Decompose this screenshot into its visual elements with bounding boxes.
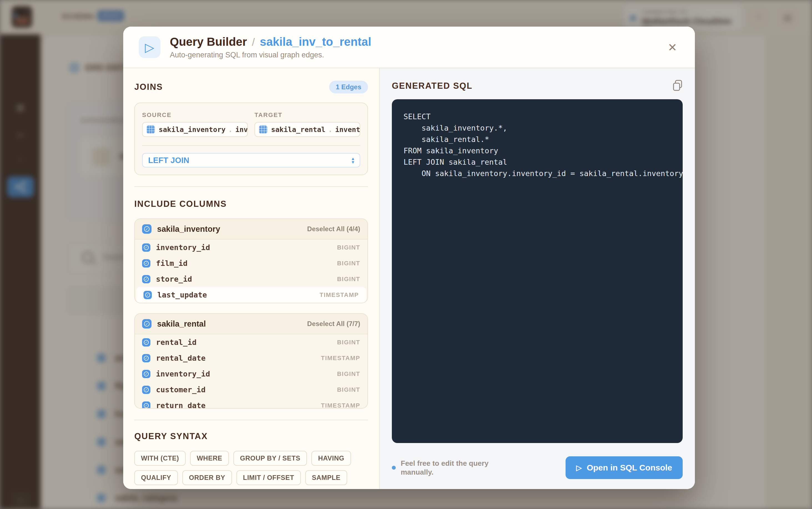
sql-code-block[interactable]: SELECT sakila_inventory.*, sakila_rental… [392, 99, 683, 443]
play-icon: ▷ [576, 464, 582, 472]
column-type: TIMESTAMP [321, 402, 360, 409]
column-name: last_update [157, 291, 207, 299]
table-icon [147, 125, 155, 134]
column-name: customer_id [156, 385, 206, 394]
joins-heading: JOINS [134, 82, 163, 92]
group-checkbox-icon[interactable]: ✓ [142, 319, 152, 329]
modal-header: ▷ Query Builder / sakila_inv_to_rental A… [123, 27, 695, 68]
group-table-name: sakila_rental [157, 319, 206, 329]
hint-text: Feel free to edit the query manually. [401, 459, 520, 477]
join-type-select[interactable]: LEFT JOIN ▴▾ [142, 153, 360, 167]
syntax-chip[interactable]: SAMPLE [305, 470, 347, 485]
column-type: BIGINT [337, 370, 360, 378]
column-row[interactable]: ✓ store_id BIGINT [135, 271, 368, 287]
modal-title: Query Builder [170, 35, 247, 48]
column-group-sakila-inventory: ✓ sakila_inventory Deselect All (4/4) ✓ … [134, 218, 368, 303]
target-label: TARGET [254, 111, 360, 118]
target-table: sakila_rental [271, 126, 325, 134]
group-checkbox-icon[interactable]: ✓ [142, 224, 152, 234]
source-column: inventory_id [235, 126, 248, 134]
source-label: SOURCE [142, 111, 248, 118]
group-header[interactable]: ✓ sakila_inventory Deselect All (4/4) [135, 219, 368, 240]
dot-separator: . [228, 126, 232, 134]
query-syntax-heading: QUERY SYNTAX [134, 431, 208, 441]
section-divider [134, 186, 368, 187]
query-builder-modal: ▷ Query Builder / sakila_inv_to_rental A… [123, 27, 695, 489]
column-checkbox-icon[interactable]: ✓ [142, 338, 150, 346]
column-row[interactable]: ✓ inventory_id BIGINT [135, 366, 368, 382]
column-checkbox-icon[interactable]: ✓ [142, 401, 150, 409]
close-button[interactable]: ✕ [664, 39, 681, 56]
copy-sql-button[interactable] [673, 80, 683, 92]
open-sql-console-button[interactable]: ▷ Open in SQL Console [566, 456, 683, 479]
section-divider [134, 420, 368, 420]
join-card: SOURCE sakila_inventory . inventory_id T… [134, 103, 368, 175]
column-checkbox-icon[interactable]: ✓ [142, 386, 150, 394]
syntax-chip[interactable]: WHERE [190, 451, 229, 466]
syntax-chip[interactable]: HAVING [311, 451, 351, 466]
column-name: store_id [156, 275, 192, 283]
column-row[interactable]: ✓ customer_id BIGINT [135, 382, 368, 398]
column-checkbox-icon[interactable]: ✓ [142, 243, 150, 252]
column-row[interactable]: ✓ return_date TIMESTAMP [135, 398, 368, 409]
syntax-chip[interactable]: WITH (CTE) [134, 451, 186, 466]
column-row[interactable]: ✓ film_id BIGINT [135, 255, 368, 271]
group-header[interactable]: ✓ sakila_rental Deselect All (7/7) [135, 314, 368, 334]
edge-name-link[interactable]: sakila_inv_to_rental [260, 35, 371, 48]
syntax-chip[interactable]: ORDER BY [182, 470, 232, 485]
column-name: return_date [156, 401, 206, 409]
column-row[interactable]: ✓ last_update TIMESTAMP [136, 287, 366, 303]
deselect-all-button[interactable]: Deselect All (7/7) [307, 320, 360, 328]
column-type: BIGINT [337, 339, 360, 346]
syntax-chip[interactable]: QUALIFY [134, 470, 178, 485]
close-icon: ✕ [668, 41, 677, 54]
column-checkbox-icon[interactable]: ✓ [142, 370, 150, 378]
deselect-all-button[interactable]: Deselect All (4/4) [307, 225, 360, 233]
play-icon: ▷ [145, 40, 154, 54]
column-row[interactable]: ✓ rental_id BIGINT [135, 334, 368, 350]
column-checkbox-icon[interactable]: ✓ [142, 354, 150, 362]
query-builder-icon: ▷ [139, 36, 160, 58]
syntax-chip[interactable]: LIMIT / OFFSET [237, 470, 301, 485]
join-type-value: LEFT JOIN [148, 156, 189, 165]
edges-count-badge: 1 Edges [329, 81, 368, 94]
modal-subtitle: Auto-generating SQL from visual graph ed… [170, 51, 371, 59]
join-card-divider [142, 145, 360, 146]
breadcrumb-separator: / [252, 36, 255, 48]
table-icon [259, 125, 267, 134]
generated-sql-panel: GENERATED SQL SELECT sakila_inventory.*,… [380, 68, 695, 489]
query-syntax-chips: WITH (CTE) WHERE GROUP BY / SETS HAVING … [134, 451, 368, 489]
column-checkbox-icon[interactable]: ✓ [142, 275, 150, 283]
column-type: BIGINT [337, 244, 360, 251]
column-name: inventory_id [156, 243, 210, 252]
chevron-updown-icon: ▴▾ [352, 157, 354, 164]
source-table: sakila_inventory [159, 126, 226, 134]
sql-panel-footer: Feel free to edit the query manually. ▷ … [392, 456, 683, 479]
column-checkbox-icon[interactable]: ✓ [142, 259, 150, 268]
hint-dot [392, 466, 396, 470]
column-name: inventory_id [156, 370, 210, 378]
column-row[interactable]: ✓ rental_date TIMESTAMP [135, 350, 368, 366]
column-group-sakila-rental: ✓ sakila_rental Deselect All (7/7) ✓ ren… [134, 313, 368, 409]
generated-sql-heading: GENERATED SQL [392, 81, 473, 91]
column-checkbox-icon[interactable]: ✓ [144, 291, 152, 299]
syntax-chip[interactable]: GROUP BY / SETS [233, 451, 307, 466]
include-columns-heading: INCLUDE COLUMNS [134, 199, 227, 209]
source-field[interactable]: sakila_inventory . inventory_id [142, 122, 248, 137]
column-type: TIMESTAMP [321, 354, 360, 362]
dot-separator: . [328, 126, 333, 134]
column-type: BIGINT [337, 276, 360, 283]
column-type: TIMESTAMP [320, 292, 359, 299]
target-column: inventory_id [335, 126, 360, 134]
copy-icon [673, 80, 683, 91]
column-name: rental_date [156, 354, 206, 362]
join-config-panel: JOINS 1 Edges SOURCE sakila_inventory . … [123, 68, 380, 489]
column-name: rental_id [156, 338, 196, 346]
column-type: BIGINT [337, 386, 360, 394]
column-row[interactable]: ✓ inventory_id BIGINT [135, 240, 368, 255]
target-field[interactable]: sakila_rental . inventory_id [254, 122, 360, 137]
open-button-label: Open in SQL Console [587, 463, 672, 472]
sql-code: SELECT sakila_inventory.*, sakila_rental… [404, 111, 683, 179]
column-name: film_id [156, 259, 188, 268]
group-table-name: sakila_inventory [157, 225, 220, 234]
